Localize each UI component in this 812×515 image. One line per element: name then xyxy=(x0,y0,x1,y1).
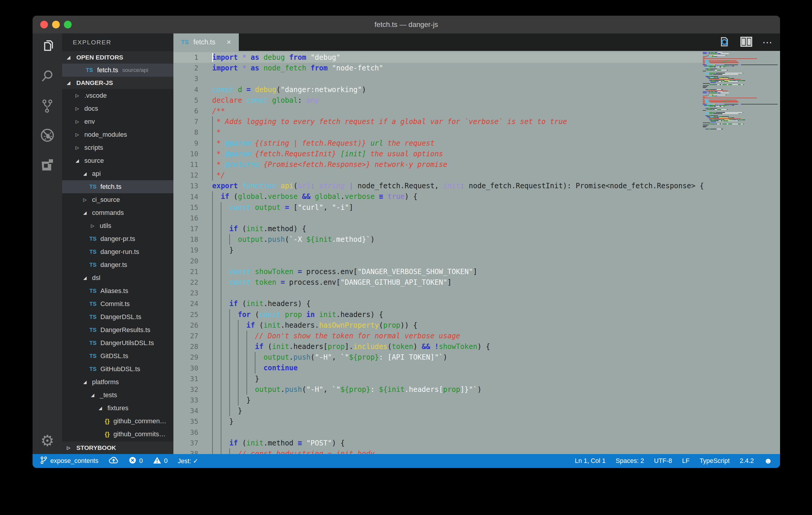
tree-item-dangerutilsdsl-ts[interactable]: TSDangerUtilsDSL.ts xyxy=(62,337,173,349)
chevron-collapsed-icon: ▷ xyxy=(74,145,81,150)
line-number: 29 xyxy=(173,353,198,361)
line-number: 8 xyxy=(173,128,198,136)
feedback-smiley-icon[interactable]: ☻ xyxy=(764,457,772,465)
tree-item--tests[interactable]: ◢_tests xyxy=(62,389,173,402)
files-icon[interactable] xyxy=(33,36,62,57)
code-text: const token = process.env["DANGER_GITHUB… xyxy=(212,277,452,288)
close-tab-icon[interactable]: × xyxy=(227,37,231,47)
zoom-window-button[interactable] xyxy=(64,21,71,28)
tree-item--vscode[interactable]: ▷.vscode xyxy=(62,89,173,102)
ts-file-icon: TS xyxy=(89,262,96,268)
tree-item-label: fetch.ts xyxy=(100,183,121,191)
tree-item-dangerresults-ts[interactable]: TSDangerResults.ts xyxy=(62,323,173,337)
chevron-expanded-icon: ◢ xyxy=(82,275,88,281)
code-text: import * as node_fetch from "node-fetch" xyxy=(212,63,383,74)
code-text: * @param {(string | fetch.Request)} url … xyxy=(212,138,434,149)
status-typescript[interactable]: TypeScript xyxy=(700,457,730,465)
tree-item-node-modules[interactable]: ▷node_modules xyxy=(62,128,173,141)
status-bar: expose_contents00Jest: ✓ Ln 1, Col 1Spac… xyxy=(33,454,780,468)
code-line-34: 34 } xyxy=(173,405,703,416)
editor-actions: ⋯ xyxy=(719,33,773,51)
tree-item-fixtures[interactable]: ◢fixtures xyxy=(62,402,173,414)
ts-file-icon: TS xyxy=(181,39,189,46)
tree-item-danger-pr-ts[interactable]: TSdanger-pr.ts xyxy=(62,232,173,246)
tree-item-github-commen-[interactable]: {}github_commen… xyxy=(62,414,173,428)
gear-icon[interactable]: ⚙ xyxy=(33,432,62,450)
tree-item-aliases-ts[interactable]: TSAliases.ts xyxy=(62,284,173,297)
minimap[interactable] xyxy=(703,52,779,130)
tree-item-fetch-ts[interactable]: TSfetch.ts xyxy=(62,180,173,193)
extensions-icon[interactable] xyxy=(33,154,62,175)
ts-file-icon: TS xyxy=(89,314,96,320)
status-lf[interactable]: LF xyxy=(682,457,690,465)
code-line-35: 35 } xyxy=(173,416,703,427)
tree-item-label: danger.ts xyxy=(100,261,127,269)
tree-item-dsl[interactable]: ◢dsl xyxy=(62,271,173,284)
text-cursor xyxy=(212,53,213,62)
open-editors-header[interactable]: ◢ OPEN EDITORS xyxy=(62,51,173,64)
line-number: 14 xyxy=(173,193,198,201)
tree-item-label: github_commen… xyxy=(113,417,166,425)
open-editors-label: OPEN EDITORS xyxy=(76,54,123,61)
code-text: * @param {fetch.RequestInit} [init] the … xyxy=(212,149,443,159)
tree-item-gitdsl-ts[interactable]: TSGitDSL.ts xyxy=(62,349,173,363)
code-editor[interactable]: 1import * as debug from "debug"2import *… xyxy=(173,51,780,454)
tree-item-githubdsl-ts[interactable]: TSGitHubDSL.ts xyxy=(62,363,173,376)
tree-item-commit-ts[interactable]: TSCommit.ts xyxy=(62,297,173,311)
storybook-section-header[interactable]: ▷ STORYBOOK xyxy=(62,441,173,454)
line-number: 23 xyxy=(173,289,198,297)
status-cloud-upload[interactable] xyxy=(109,456,119,466)
status-label: Jest: ✓ xyxy=(178,457,198,465)
chevron-collapsed-icon: ▷ xyxy=(74,106,81,111)
tree-item-dangerdsl-ts[interactable]: TSDangerDSL.ts xyxy=(62,311,173,323)
split-editor-icon[interactable] xyxy=(741,37,752,48)
search-icon[interactable] xyxy=(33,65,62,87)
more-actions-icon[interactable]: ⋯ xyxy=(762,37,773,47)
tree-item-scripts[interactable]: ▷scripts xyxy=(62,141,173,154)
source-control-icon[interactable] xyxy=(33,95,62,116)
storybook-section-label: STORYBOOK xyxy=(76,444,116,451)
status-utf-8[interactable]: UTF-8 xyxy=(654,457,672,465)
tree-item-danger-run-ts[interactable]: TSdanger-run.ts xyxy=(62,246,173,258)
status-warning[interactable]: 0 xyxy=(153,456,168,466)
line-number: 7 xyxy=(173,118,198,125)
tree-item-utils[interactable]: ▷utils xyxy=(62,219,173,232)
status-spaces-2[interactable]: Spaces: 2 xyxy=(616,457,644,465)
tree-item-github-commits-[interactable]: {}github_commits… xyxy=(62,428,173,441)
open-editor-path: source/api xyxy=(122,67,148,74)
open-preview-icon[interactable] xyxy=(719,36,730,49)
status-2-4-2[interactable]: 2.4.2 xyxy=(740,457,754,465)
status-jest[interactable]: Jest: ✓ xyxy=(178,457,198,465)
traffic-lights xyxy=(33,16,71,33)
status-branch[interactable]: expose_contents xyxy=(40,456,98,466)
minimize-window-button[interactable] xyxy=(52,21,60,28)
title-bar[interactable]: fetch.ts — danger-js xyxy=(33,16,780,33)
code-line-14: 14 if (global.verbose && global.verbose … xyxy=(173,191,703,202)
status-error[interactable]: 0 xyxy=(129,456,143,466)
open-editor-item-fetch-ts[interactable]: TS fetch.ts source/api xyxy=(62,64,173,77)
tree-item-source[interactable]: ◢source xyxy=(62,154,173,167)
status-ln-1-col-1[interactable]: Ln 1, Col 1 xyxy=(575,457,606,465)
tab-fetch-ts[interactable]: TS fetch.ts × xyxy=(173,33,239,51)
code-text: } xyxy=(212,374,259,384)
code-text: output.push(`-X ${init.method}`) xyxy=(212,234,375,245)
tree-item-docs[interactable]: ▷docs xyxy=(62,102,173,115)
tree-item-api[interactable]: ◢api xyxy=(62,167,173,180)
code-line-26: 26 if (init.headers.hasOwnProperty(prop)… xyxy=(173,320,703,331)
tree-item-label: api xyxy=(92,170,100,178)
code-text: output.push("-H", `"${prop}: ${init.head… xyxy=(212,384,482,395)
debug-icon[interactable] xyxy=(33,124,62,146)
code-line-12: 12 */ xyxy=(173,170,703,180)
tree-item-commands[interactable]: ◢commands xyxy=(62,206,173,219)
tree-item-env[interactable]: ▷env xyxy=(62,115,173,128)
tree-item-platforms[interactable]: ◢platforms xyxy=(62,376,173,389)
line-number: 17 xyxy=(173,225,198,233)
code-text: } xyxy=(212,416,233,427)
tree-item-label: dsl xyxy=(92,274,100,282)
project-section-header[interactable]: ◢ DANGER-JS xyxy=(62,77,173,89)
close-window-button[interactable] xyxy=(40,21,48,28)
tree-item-ci-source[interactable]: ▷ci_source xyxy=(62,193,173,206)
tree-item-danger-ts[interactable]: TSdanger.ts xyxy=(62,258,173,271)
chevron-expanded-icon: ◢ xyxy=(82,379,88,385)
line-number: 33 xyxy=(173,396,198,404)
